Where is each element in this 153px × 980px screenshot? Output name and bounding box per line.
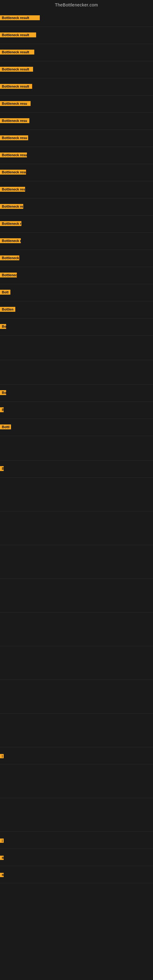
table-row: Bottleneck re: [0, 250, 153, 267]
table-row: Bottleneck resu: [0, 113, 153, 130]
table-row: Bott: [0, 284, 153, 301]
table-row: |: [0, 747, 153, 764]
bottleneck-badge: B: [0, 407, 4, 412]
bottleneck-badge: Bottleneck resu: [0, 187, 25, 192]
bottleneck-badge: Bottleneck resu: [0, 135, 28, 140]
bottleneck-badge: B: [0, 873, 4, 877]
table-row: Bottleneck resu: [0, 181, 153, 199]
table-row: Bottl: [0, 419, 153, 436]
bottleneck-badge: Bottleneck resu: [0, 118, 29, 123]
bottleneck-badge: Bottlen: [0, 307, 15, 312]
table-row: Bottleneck re: [0, 216, 153, 233]
table-row: Bottleneck res: [0, 199, 153, 216]
bottleneck-badge: Bo: [0, 324, 6, 329]
table-row: [0, 436, 153, 461]
bottleneck-badge: Bottleneck result: [0, 32, 36, 37]
table-row: [0, 646, 153, 680]
table-row: Bottleneck result: [0, 78, 153, 95]
table-row: Bottlenec: [0, 267, 153, 284]
table-row: Bottleneck res: [0, 233, 153, 250]
table-row: Bo: [0, 318, 153, 336]
table-row: Bottleneck result: [0, 27, 153, 44]
bottleneck-badge: Bottleneck res: [0, 238, 21, 243]
table-row: Bo: [0, 385, 153, 402]
bottleneck-badge: Bottleneck resu: [0, 101, 30, 106]
table-row: Bottleneck resu: [0, 147, 153, 164]
table-row: [0, 579, 153, 612]
table-row: Bottleneck result: [0, 61, 153, 78]
table-row: [0, 612, 153, 646]
table-row: [0, 511, 153, 545]
table-row: Bottleneck resu: [0, 130, 153, 147]
table-row: [0, 545, 153, 579]
table-row: B: [0, 461, 153, 478]
table-row: Bottlen: [0, 301, 153, 318]
bottleneck-badge: Bottlenec: [0, 272, 17, 277]
bottleneck-badge: Bottleneck resu: [0, 153, 27, 158]
table-row: [0, 764, 153, 798]
table-row: [0, 478, 153, 511]
site-title: TheBottlenecker.com: [0, 0, 153, 10]
bottleneck-badge: Bottleneck result: [0, 15, 40, 20]
bottleneck-badge: Bottleneck resu: [0, 170, 26, 175]
bottleneck-badge: Bottleneck result: [0, 49, 34, 54]
table-row: [0, 360, 153, 385]
bottleneck-badge: Bo: [0, 390, 6, 395]
table-row: [0, 680, 153, 714]
table-row: B: [0, 866, 153, 883]
bottleneck-badge: Bottleneck result: [0, 67, 33, 72]
bottleneck-badge: Bottl: [0, 425, 11, 430]
bottleneck-badge: |: [0, 754, 4, 758]
table-row: [0, 798, 153, 832]
table-row: Bottleneck resu: [0, 95, 153, 113]
table-row: [0, 336, 153, 360]
table-row: |: [0, 832, 153, 849]
table-row: Bottleneck resu: [0, 164, 153, 181]
bottleneck-badge: Bott: [0, 290, 10, 294]
table-row: B: [0, 402, 153, 419]
bottleneck-badge: |: [0, 838, 4, 843]
table-row: Bottleneck result: [0, 10, 153, 27]
bottleneck-badge: Bottleneck result: [0, 84, 32, 89]
table-row: Bottleneck result: [0, 44, 153, 61]
bottleneck-badge: B: [0, 856, 4, 860]
main-container: TheBottlenecker.com Bottleneck result Bo…: [0, 0, 153, 883]
table-row: B: [0, 849, 153, 866]
bottleneck-badge: B: [0, 466, 4, 471]
table-row: [0, 714, 153, 747]
bottleneck-badge: Bottleneck re: [0, 255, 19, 260]
bottleneck-badge: Bottleneck res: [0, 204, 23, 209]
bottleneck-badge: Bottleneck re: [0, 221, 21, 226]
